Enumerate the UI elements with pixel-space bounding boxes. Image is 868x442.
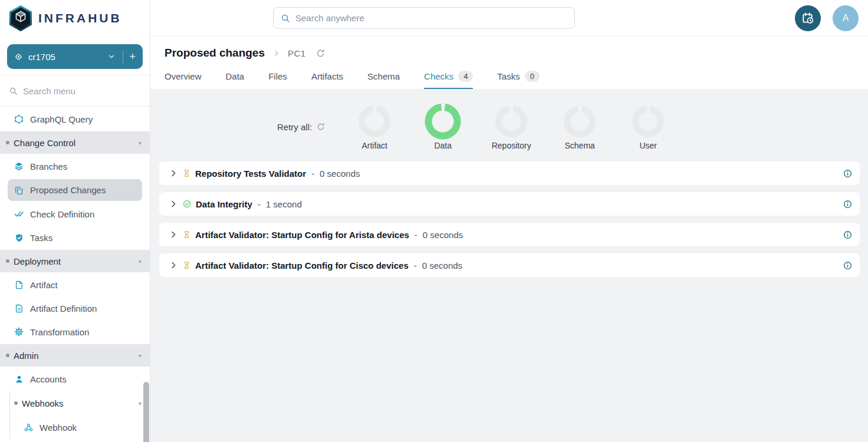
document-lines-icon — [14, 304, 24, 313]
ring-repository[interactable]: Repository — [477, 103, 545, 150]
chevron-right-icon[interactable] — [169, 169, 177, 177]
info-icon[interactable] — [843, 261, 852, 270]
sidebar-item-branches[interactable]: Branches — [0, 154, 150, 178]
retry-refresh-icon[interactable] — [317, 123, 325, 131]
chevron-right-icon — [272, 50, 280, 57]
tasks-count-badge: 0 — [525, 71, 540, 82]
progress-ring-icon — [493, 103, 530, 140]
chevron-right-icon[interactable] — [169, 230, 177, 239]
tab-schema[interactable]: Schema — [367, 65, 400, 89]
tab-checks[interactable]: Checks 4 — [424, 65, 473, 89]
infrahub-app: INFRAHUB cr1705 + Grap — [0, 0, 868, 442]
menu-search[interactable] — [0, 75, 150, 107]
sidebar-item-label: Check Definition — [30, 209, 94, 219]
sidebar-section-admin[interactable]: Admin ▾ — [0, 344, 150, 367]
branches-icon — [14, 161, 24, 171]
sidebar-section-change-control[interactable]: Change Control ▾ — [0, 131, 150, 154]
page-title: Proposed changes — [165, 47, 265, 60]
breadcrumb: Proposed changes PC1 — [150, 37, 868, 60]
branch-icon — [14, 52, 23, 61]
user-avatar[interactable]: A — [833, 5, 859, 31]
sidebar-item-artifact-definition[interactable]: Artifact Definition — [0, 296, 150, 320]
sidebar-scrollbar[interactable] — [143, 382, 149, 442]
section-label: Deployment — [14, 256, 61, 266]
sidebar-item-label: Artifact Definition — [30, 304, 97, 314]
info-icon[interactable] — [843, 200, 852, 209]
ring-data[interactable]: Data — [409, 103, 477, 150]
add-branch-button[interactable]: + — [129, 51, 136, 62]
validator-row-artifact-cisco[interactable]: Artifact Validator: Startup Config for C… — [159, 253, 860, 277]
tab-overview[interactable]: Overview — [165, 65, 202, 89]
global-search[interactable] — [273, 7, 575, 29]
hourglass-icon — [183, 169, 190, 177]
gear-icon — [14, 327, 24, 337]
sidebar-item-webhook[interactable]: Webhook — [10, 415, 150, 439]
chevron-right-icon[interactable] — [169, 261, 177, 269]
retry-all-row: Retry all: Artifact — [159, 103, 860, 150]
tab-data[interactable]: Data — [226, 65, 245, 89]
brand-logo[interactable]: INFRAHUB — [0, 0, 150, 37]
info-icon[interactable] — [843, 230, 852, 239]
document-icon — [14, 281, 24, 289]
caret-down-icon: ▾ — [139, 352, 142, 359]
tab-files[interactable]: Files — [268, 65, 287, 89]
sidebar: INFRAHUB cr1705 + Grap — [0, 0, 150, 442]
validator-row-artifact-arista[interactable]: Artifact Validator: Startup Config for A… — [159, 223, 860, 246]
proposed-changes-icon — [14, 186, 24, 195]
sidebar-item-artifact[interactable]: Artifact — [0, 273, 150, 296]
caret-down-icon: ▾ — [139, 400, 142, 407]
validator-row-repository-tests[interactable]: Repository Tests Validator - 0 seconds — [159, 161, 860, 185]
branch-selector[interactable]: cr1705 + — [7, 44, 143, 69]
section-label: Webhooks — [22, 398, 64, 408]
info-icon[interactable] — [843, 169, 852, 178]
tab-bar: Overview Data Files Artifacts Schema Che… — [150, 65, 868, 89]
schedule-button[interactable] — [795, 5, 821, 31]
sidebar-item-transformation[interactable]: Transformation — [0, 320, 150, 344]
section-bullet-icon — [6, 354, 9, 357]
ring-schema[interactable]: Schema — [545, 103, 614, 150]
ring-artifact[interactable]: Artifact — [340, 103, 409, 150]
tab-artifacts[interactable]: Artifacts — [311, 65, 343, 89]
progress-ring-icon — [425, 103, 461, 140]
breadcrumb-current: PC1 — [288, 48, 306, 58]
tab-tasks[interactable]: Tasks 0 — [497, 65, 540, 89]
sidebar-item-label: Accounts — [30, 374, 67, 384]
caret-down-icon: ▾ — [139, 258, 142, 265]
progress-ring-icon — [356, 103, 393, 140]
sidebar-section-deployment[interactable]: Deployment ▾ — [0, 250, 150, 272]
refresh-icon[interactable] — [316, 49, 325, 58]
section-bullet-icon — [6, 259, 9, 263]
check-type-rings: Artifact Data Repository — [340, 103, 682, 150]
retry-all: Retry all: — [277, 122, 325, 132]
search-icon — [281, 14, 290, 23]
sidebar-item-proposed-changes[interactable]: Proposed Changes — [8, 179, 142, 201]
webhook-icon — [24, 423, 33, 432]
top-header: A — [150, 0, 868, 37]
sidebar-item-tasks[interactable]: Tasks — [0, 226, 150, 249]
validator-row-data-integrity[interactable]: Data Integrity - 1 second — [159, 192, 860, 216]
hourglass-icon — [183, 261, 190, 269]
caret-down-icon: ▾ — [139, 140, 142, 146]
section-bullet-icon — [14, 401, 18, 405]
sidebar-item-label: Branches — [30, 161, 67, 171]
graphql-icon — [14, 114, 24, 124]
brand-wordmark: INFRAHUB — [38, 11, 122, 25]
sidebar-item-label: GraphQL Query — [30, 114, 93, 124]
avatar-letter: A — [843, 13, 849, 24]
menu-search-input[interactable] — [23, 86, 129, 96]
sidebar-item-label: Tasks — [30, 233, 52, 243]
global-search-input[interactable] — [295, 13, 567, 23]
sidebar-subsection-webhooks[interactable]: Webhooks ▾ — [10, 391, 150, 415]
progress-ring-icon — [561, 103, 598, 140]
chevron-down-icon[interactable] — [107, 52, 116, 61]
sidebar-item-check-definition[interactable]: Check Definition — [0, 202, 150, 226]
ring-user[interactable]: User — [614, 103, 682, 150]
sidebar-nav: GraphQL Query Change Control ▾ Branches … — [0, 107, 150, 439]
hourglass-icon — [183, 230, 190, 239]
sidebar-item-label: Proposed Changes — [30, 185, 106, 195]
sidebar-item-accounts[interactable]: Accounts — [0, 367, 150, 391]
chevron-right-icon[interactable] — [169, 200, 177, 208]
section-label: Admin — [14, 351, 39, 361]
sidebar-item-graphql-query[interactable]: GraphQL Query — [0, 107, 150, 131]
validator-list: Repository Tests Validator - 0 seconds D… — [159, 161, 860, 277]
